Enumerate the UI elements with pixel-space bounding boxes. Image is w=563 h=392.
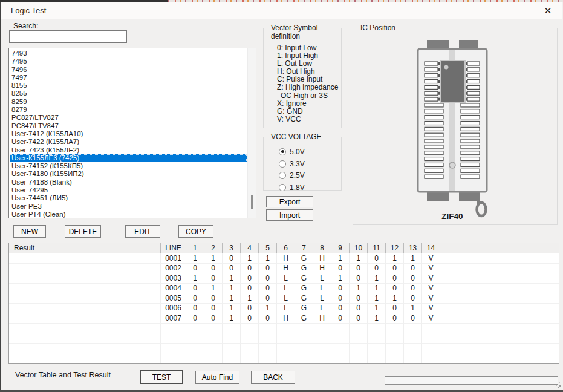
list-item[interactable]: User-74188 (Blank) xyxy=(10,178,247,186)
value-cell: 1 xyxy=(350,284,368,294)
list-item[interactable]: User-74451 (ЛИ5) xyxy=(10,194,247,202)
table-row[interactable] xyxy=(9,324,559,334)
value-cell xyxy=(440,293,559,304)
table-row[interactable]: 000500110LGL00110V xyxy=(9,293,559,304)
table-row[interactable]: 000310100LGL10100V xyxy=(9,273,559,284)
copy-button[interactable]: COPY xyxy=(178,225,213,238)
list-item[interactable]: 7495 xyxy=(10,57,247,65)
search-input[interactable] xyxy=(9,30,127,43)
table-row[interactable]: 000111011HGH11011V xyxy=(9,253,559,264)
column-header[interactable]: LINE xyxy=(161,243,186,253)
radio-icon[interactable] xyxy=(279,160,286,168)
test-button[interactable]: TEST xyxy=(140,370,183,384)
list-item[interactable]: User-РТ4 (Clean) xyxy=(10,211,247,218)
auto-find-button[interactable]: Auto Find xyxy=(195,371,239,384)
value-cell xyxy=(186,324,204,334)
table-row[interactable]: 000600101LGL00101V xyxy=(9,304,559,314)
new-button[interactable]: NEW xyxy=(13,225,46,238)
value-cell xyxy=(386,344,404,354)
delete-button[interactable]: DELETE xyxy=(65,225,101,238)
export-button[interactable]: Export xyxy=(266,196,313,207)
list-item[interactable]: User-74180 (К155ИП2) xyxy=(10,170,247,178)
column-header[interactable]: 8 xyxy=(313,243,331,253)
vector-symbol-line: V: VCC xyxy=(277,116,338,123)
vcc-option[interactable]: 5.0V xyxy=(279,146,305,158)
column-header[interactable]: 1 xyxy=(186,243,204,253)
value-cell: H xyxy=(313,313,331,324)
table-row[interactable] xyxy=(9,353,559,364)
device-list-scrollbar[interactable] xyxy=(247,48,256,218)
value-cell: 1 xyxy=(259,253,277,264)
radio-icon[interactable] xyxy=(279,184,286,191)
column-header[interactable]: 5 xyxy=(259,243,277,253)
value-cell: 0 xyxy=(241,284,259,294)
value-cell xyxy=(440,304,559,314)
column-header[interactable]: 14 xyxy=(422,243,440,253)
list-item[interactable]: User-К155ЛЕ3 (7425) xyxy=(10,154,247,162)
result-table[interactable]: ResultLINE1234567891011121314 000111011H… xyxy=(8,243,559,364)
table-row[interactable]: 000200000HGH00000V xyxy=(9,264,559,274)
vcc-option[interactable]: 2.5V xyxy=(279,170,305,182)
list-item[interactable]: PC847/LTV847 xyxy=(10,122,247,130)
list-item[interactable]: User-РЕ3 xyxy=(10,203,247,211)
list-item[interactable]: 8259 xyxy=(10,98,247,106)
value-cell: 1 xyxy=(204,284,223,294)
column-header[interactable]: Result xyxy=(9,243,161,253)
list-item[interactable]: 8155 xyxy=(10,82,247,90)
value-cell: 1 xyxy=(404,253,422,264)
vcc-option[interactable]: 1.8V xyxy=(279,181,305,194)
table-row[interactable] xyxy=(9,333,559,344)
column-header[interactable]: 6 xyxy=(277,243,295,253)
list-item[interactable]: User-7412 (К155ЛА10) xyxy=(10,130,247,138)
column-header[interactable]: 2 xyxy=(204,243,223,253)
value-cell xyxy=(440,273,559,284)
list-item[interactable]: User-74295 xyxy=(10,186,247,194)
list-item[interactable]: 8279 xyxy=(10,106,247,114)
column-header[interactable]: 11 xyxy=(368,243,386,253)
value-cell xyxy=(404,324,422,334)
value-cell xyxy=(313,353,331,364)
column-header[interactable]: 7 xyxy=(295,243,313,253)
column-header[interactable]: 4 xyxy=(241,243,259,253)
value-cell: 0 xyxy=(223,264,241,274)
vcc-option[interactable]: 3.3V xyxy=(279,158,305,170)
back-button[interactable]: BACK xyxy=(251,371,295,384)
column-header[interactable]: 10 xyxy=(350,243,368,253)
column-header[interactable]: 9 xyxy=(331,243,350,253)
list-item[interactable]: PC827/LTV827 xyxy=(10,114,247,122)
value-cell: 1 xyxy=(331,253,350,264)
table-row[interactable] xyxy=(9,344,559,354)
list-item[interactable]: 7493 xyxy=(10,50,247,57)
value-cell: G xyxy=(295,253,313,264)
value-cell: 0 xyxy=(204,273,223,284)
column-header[interactable]: 3 xyxy=(223,243,241,253)
radio-icon[interactable] xyxy=(279,172,286,179)
value-cell: 0 xyxy=(404,293,422,304)
table-row[interactable]: 000700100HGH00100V xyxy=(9,313,559,324)
radio-icon[interactable] xyxy=(279,148,286,155)
list-item[interactable]: User-7422 (К155ЛА7) xyxy=(10,138,247,146)
edit-button[interactable]: EDIT xyxy=(125,225,160,238)
list-item[interactable]: User-7423 (К155ЛЕ2) xyxy=(10,146,247,154)
value-cell: L xyxy=(313,273,331,284)
value-cell: 0 xyxy=(223,253,241,264)
column-header[interactable]: 13 xyxy=(404,243,422,253)
scrollbar-thumb[interactable] xyxy=(251,195,253,209)
table-row[interactable]: 000401100LGL01100V xyxy=(9,284,559,294)
column-header[interactable] xyxy=(440,243,559,253)
list-item[interactable]: 7496 xyxy=(10,66,247,74)
import-button[interactable]: Import xyxy=(266,209,313,221)
value-cell: L xyxy=(313,304,331,314)
value-cell: 1 xyxy=(331,273,350,284)
value-cell: 0 xyxy=(186,264,204,274)
column-header[interactable]: 12 xyxy=(386,243,404,253)
list-item[interactable]: User-74152 (К155КП5) xyxy=(10,162,247,170)
line-cell: 0005 xyxy=(161,293,186,304)
value-cell: G xyxy=(295,284,313,294)
result-cell xyxy=(9,293,161,304)
list-item[interactable]: 8255 xyxy=(10,90,247,97)
list-item[interactable]: 7497 xyxy=(10,74,247,82)
close-icon[interactable]: ✕ xyxy=(541,5,555,17)
result-table-header: ResultLINE1234567891011121314 xyxy=(9,243,559,253)
value-cell: 0 xyxy=(331,264,350,274)
